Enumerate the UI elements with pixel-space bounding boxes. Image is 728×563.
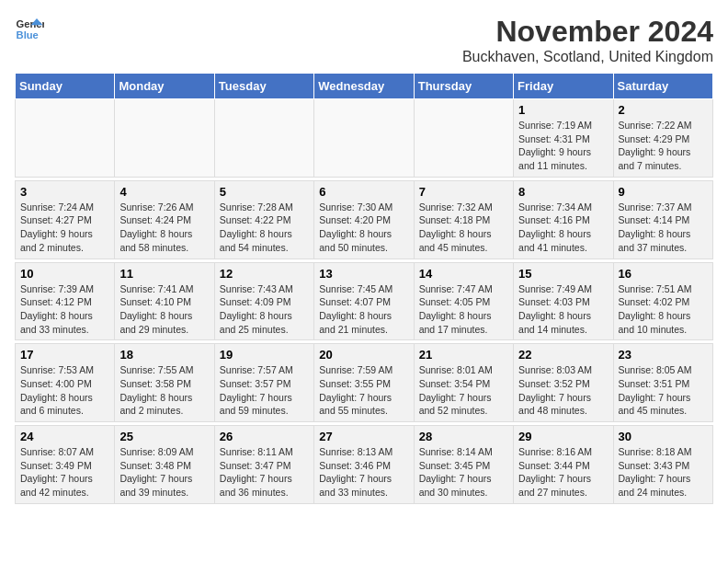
day-info: Sunrise: 7:39 AM Sunset: 4:12 PM Dayligh… bbox=[20, 282, 109, 337]
week-row-2: 3Sunrise: 7:24 AM Sunset: 4:27 PM Daylig… bbox=[16, 180, 713, 259]
day-info: Sunrise: 7:59 AM Sunset: 3:55 PM Dayligh… bbox=[319, 363, 408, 418]
day-number: 14 bbox=[419, 267, 508, 281]
day-number: 6 bbox=[319, 185, 408, 199]
day-info: Sunrise: 7:57 AM Sunset: 3:57 PM Dayligh… bbox=[220, 363, 309, 418]
day-info: Sunrise: 7:45 AM Sunset: 4:07 PM Dayligh… bbox=[319, 282, 408, 337]
day-cell bbox=[414, 99, 513, 178]
day-cell: 18Sunrise: 7:55 AM Sunset: 3:58 PM Dayli… bbox=[115, 344, 214, 422]
header-row: SundayMondayTuesdayWednesdayThursdayFrid… bbox=[16, 74, 713, 99]
day-cell: 13Sunrise: 7:45 AM Sunset: 4:07 PM Dayli… bbox=[314, 262, 414, 340]
day-info: Sunrise: 7:19 AM Sunset: 4:31 PM Dayligh… bbox=[518, 119, 608, 173]
week-row-5: 24Sunrise: 8:07 AM Sunset: 3:49 PM Dayli… bbox=[16, 426, 713, 504]
day-number: 10 bbox=[20, 267, 109, 281]
day-info: Sunrise: 7:37 AM Sunset: 4:14 PM Dayligh… bbox=[619, 201, 708, 255]
week-row-3: 10Sunrise: 7:39 AM Sunset: 4:12 PM Dayli… bbox=[16, 262, 713, 340]
day-cell: 24Sunrise: 8:07 AM Sunset: 3:49 PM Dayli… bbox=[16, 426, 115, 504]
calendar-title: November 2024 bbox=[462, 15, 713, 49]
day-info: Sunrise: 8:18 AM Sunset: 3:43 PM Dayligh… bbox=[619, 445, 708, 500]
day-cell: 7Sunrise: 7:32 AM Sunset: 4:18 PM Daylig… bbox=[414, 180, 513, 259]
title-area: November 2024 Buckhaven, Scotland, Unite… bbox=[462, 15, 713, 65]
day-number: 17 bbox=[20, 348, 109, 362]
day-number: 12 bbox=[220, 267, 309, 281]
day-cell: 28Sunrise: 8:14 AM Sunset: 3:45 PM Dayli… bbox=[414, 426, 513, 504]
day-number: 3 bbox=[20, 185, 109, 199]
day-info: Sunrise: 7:43 AM Sunset: 4:09 PM Dayligh… bbox=[220, 282, 309, 337]
day-info: Sunrise: 8:01 AM Sunset: 3:54 PM Dayligh… bbox=[419, 363, 508, 418]
col-header-tuesday: Tuesday bbox=[214, 74, 313, 99]
day-number: 8 bbox=[518, 185, 608, 199]
day-info: Sunrise: 7:26 AM Sunset: 4:24 PM Dayligh… bbox=[119, 201, 209, 255]
day-info: Sunrise: 7:30 AM Sunset: 4:20 PM Dayligh… bbox=[319, 201, 408, 255]
day-info: Sunrise: 7:55 AM Sunset: 3:58 PM Dayligh… bbox=[119, 363, 209, 418]
day-cell bbox=[115, 99, 214, 178]
day-info: Sunrise: 7:34 AM Sunset: 4:16 PM Dayligh… bbox=[518, 201, 608, 255]
day-info: Sunrise: 7:22 AM Sunset: 4:29 PM Dayligh… bbox=[619, 119, 708, 173]
day-cell: 12Sunrise: 7:43 AM Sunset: 4:09 PM Dayli… bbox=[214, 262, 313, 340]
col-header-sunday: Sunday bbox=[16, 74, 115, 99]
day-number: 27 bbox=[319, 430, 408, 443]
day-info: Sunrise: 8:07 AM Sunset: 3:49 PM Dayligh… bbox=[20, 445, 109, 500]
day-number: 18 bbox=[119, 348, 209, 362]
day-info: Sunrise: 8:09 AM Sunset: 3:48 PM Dayligh… bbox=[119, 445, 209, 500]
day-cell: 15Sunrise: 7:49 AM Sunset: 4:03 PM Dayli… bbox=[514, 262, 613, 340]
day-info: Sunrise: 7:28 AM Sunset: 4:22 PM Dayligh… bbox=[220, 201, 309, 255]
day-info: Sunrise: 7:51 AM Sunset: 4:02 PM Dayligh… bbox=[619, 282, 708, 337]
day-cell: 27Sunrise: 8:13 AM Sunset: 3:46 PM Dayli… bbox=[314, 426, 414, 504]
week-row-1: 1Sunrise: 7:19 AM Sunset: 4:31 PM Daylig… bbox=[16, 99, 713, 178]
calendar-table: SundayMondayTuesdayWednesdayThursdayFrid… bbox=[15, 73, 713, 504]
day-number: 25 bbox=[119, 430, 209, 443]
logo-icon: General Blue bbox=[15, 15, 44, 44]
day-cell: 29Sunrise: 8:16 AM Sunset: 3:44 PM Dayli… bbox=[514, 426, 613, 504]
svg-text:Blue: Blue bbox=[17, 29, 39, 40]
day-cell: 26Sunrise: 8:11 AM Sunset: 3:47 PM Dayli… bbox=[214, 426, 313, 504]
day-cell: 1Sunrise: 7:19 AM Sunset: 4:31 PM Daylig… bbox=[514, 99, 613, 178]
day-number: 22 bbox=[518, 348, 608, 362]
col-header-friday: Friday bbox=[514, 74, 613, 99]
day-cell bbox=[16, 99, 115, 178]
day-cell: 2Sunrise: 7:22 AM Sunset: 4:29 PM Daylig… bbox=[613, 99, 712, 178]
day-number: 29 bbox=[518, 430, 608, 443]
day-cell: 4Sunrise: 7:26 AM Sunset: 4:24 PM Daylig… bbox=[115, 180, 214, 259]
logo: General Blue bbox=[15, 15, 44, 44]
day-cell: 19Sunrise: 7:57 AM Sunset: 3:57 PM Dayli… bbox=[214, 344, 313, 422]
day-number: 15 bbox=[518, 267, 608, 281]
day-number: 20 bbox=[319, 348, 408, 362]
week-row-4: 17Sunrise: 7:53 AM Sunset: 4:00 PM Dayli… bbox=[16, 344, 713, 422]
day-number: 2 bbox=[619, 103, 708, 117]
day-info: Sunrise: 7:24 AM Sunset: 4:27 PM Dayligh… bbox=[20, 201, 109, 255]
day-number: 21 bbox=[419, 348, 508, 362]
day-info: Sunrise: 7:41 AM Sunset: 4:10 PM Dayligh… bbox=[119, 282, 209, 337]
col-header-wednesday: Wednesday bbox=[314, 74, 414, 99]
day-number: 9 bbox=[619, 185, 708, 199]
day-number: 24 bbox=[20, 430, 109, 443]
day-cell: 16Sunrise: 7:51 AM Sunset: 4:02 PM Dayli… bbox=[613, 262, 712, 340]
day-number: 19 bbox=[220, 348, 309, 362]
day-info: Sunrise: 8:03 AM Sunset: 3:52 PM Dayligh… bbox=[518, 363, 608, 418]
day-number: 28 bbox=[419, 430, 508, 443]
day-cell: 3Sunrise: 7:24 AM Sunset: 4:27 PM Daylig… bbox=[16, 180, 115, 259]
day-number: 1 bbox=[518, 103, 608, 117]
day-info: Sunrise: 8:16 AM Sunset: 3:44 PM Dayligh… bbox=[518, 445, 608, 500]
day-info: Sunrise: 7:47 AM Sunset: 4:05 PM Dayligh… bbox=[419, 282, 508, 337]
col-header-saturday: Saturday bbox=[613, 74, 712, 99]
day-cell: 21Sunrise: 8:01 AM Sunset: 3:54 PM Dayli… bbox=[414, 344, 513, 422]
day-info: Sunrise: 7:32 AM Sunset: 4:18 PM Dayligh… bbox=[419, 201, 508, 255]
calendar-subtitle: Buckhaven, Scotland, United Kingdom bbox=[462, 49, 713, 65]
day-cell: 23Sunrise: 8:05 AM Sunset: 3:51 PM Dayli… bbox=[613, 344, 712, 422]
day-cell: 30Sunrise: 8:18 AM Sunset: 3:43 PM Dayli… bbox=[613, 426, 712, 504]
day-cell bbox=[214, 99, 313, 178]
day-cell bbox=[314, 99, 414, 178]
page-header: General Blue November 2024 Buckhaven, Sc… bbox=[15, 15, 713, 65]
day-info: Sunrise: 8:11 AM Sunset: 3:47 PM Dayligh… bbox=[220, 445, 309, 500]
day-number: 23 bbox=[619, 348, 708, 362]
day-cell: 8Sunrise: 7:34 AM Sunset: 4:16 PM Daylig… bbox=[514, 180, 613, 259]
day-cell: 17Sunrise: 7:53 AM Sunset: 4:00 PM Dayli… bbox=[16, 344, 115, 422]
col-header-monday: Monday bbox=[115, 74, 214, 99]
day-cell: 11Sunrise: 7:41 AM Sunset: 4:10 PM Dayli… bbox=[115, 262, 214, 340]
day-info: Sunrise: 7:53 AM Sunset: 4:00 PM Dayligh… bbox=[20, 363, 109, 418]
day-number: 7 bbox=[419, 185, 508, 199]
day-number: 5 bbox=[220, 185, 309, 199]
day-info: Sunrise: 8:14 AM Sunset: 3:45 PM Dayligh… bbox=[419, 445, 508, 500]
day-cell: 6Sunrise: 7:30 AM Sunset: 4:20 PM Daylig… bbox=[314, 180, 414, 259]
day-cell: 10Sunrise: 7:39 AM Sunset: 4:12 PM Dayli… bbox=[16, 262, 115, 340]
